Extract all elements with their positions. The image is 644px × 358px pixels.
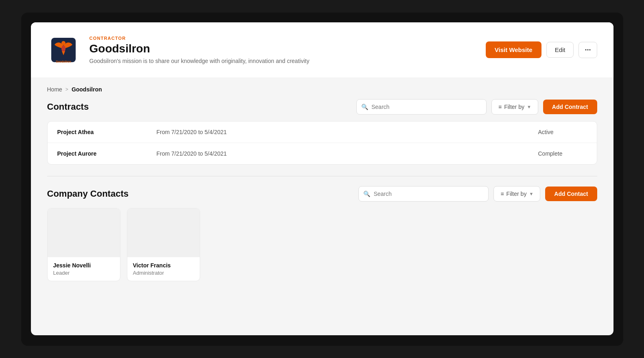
company-info: CONTRACTOR Goodsilron Goodsilron's missi… — [90, 36, 476, 64]
outer-frame: Goodsilron CONTRACTOR Goodsilron Goodsil… — [21, 13, 623, 346]
company-header: Goodsilron CONTRACTOR Goodsilron Goodsil… — [31, 22, 613, 78]
breadcrumb-separator: > — [65, 87, 68, 92]
filter-icon: ≡ — [500, 191, 504, 197]
contracts-title: Contracts — [47, 102, 89, 112]
contact-info: Jessie Novelli Leader — [48, 257, 120, 281]
contact-avatar — [48, 208, 120, 257]
main-content: Home > Goodsilron Contracts 🔍 ≡ Fil — [31, 78, 613, 281]
contracts-filter-button[interactable]: ≡ Filter by ▼ — [491, 99, 538, 115]
filter-icon: ≡ — [498, 104, 502, 110]
contact-name: Jessie Novelli — [53, 262, 114, 269]
contracts-filter-chevron-icon: ▼ — [527, 104, 531, 109]
visit-website-button[interactable]: Visit Website — [486, 41, 541, 58]
contract-dates: From 7/21/2020 to 5/4/2021 — [157, 129, 528, 135]
header-actions: Visit Website Edit ··· — [486, 41, 597, 58]
company-logo: Goodsilron — [47, 34, 80, 66]
contract-status: Complete — [538, 150, 587, 157]
contract-status: Active — [538, 129, 587, 135]
contacts-section-header: Company Contacts 🔍 ≡ Filter by ▼ Add Con… — [47, 186, 597, 202]
contacts-title: Company Contacts — [47, 189, 129, 199]
contacts-search-wrapper: 🔍 — [358, 186, 489, 202]
contact-info: Victor Francis Administrator — [127, 257, 200, 281]
contacts-grid: Jessie Novelli Leader Victor Francis Adm… — [47, 208, 597, 281]
company-name: Goodsilron — [90, 42, 476, 55]
contracts-table: Project Athea From 7/21/2020 to 5/4/2021… — [47, 121, 597, 165]
company-logo-svg: Goodsilron — [49, 36, 78, 64]
contracts-controls: 🔍 ≡ Filter by ▼ Add Contract — [356, 99, 597, 115]
table-row: Project Aurore From 7/21/2020 to 5/4/202… — [48, 143, 597, 164]
contact-name: Victor Francis — [133, 262, 194, 269]
contact-role: Administrator — [133, 270, 194, 276]
contacts-filter-chevron-icon: ▼ — [529, 191, 533, 196]
table-row: Project Athea From 7/21/2020 to 5/4/2021… — [48, 122, 597, 143]
contacts-section: Company Contacts 🔍 ≡ Filter by ▼ Add Con… — [47, 186, 597, 281]
contract-dates: From 7/21/2020 to 5/4/2021 — [157, 150, 528, 157]
breadcrumb-home[interactable]: Home — [47, 86, 62, 93]
more-options-button[interactable]: ··· — [579, 42, 597, 58]
add-contact-button[interactable]: Add Contact — [545, 187, 597, 201]
company-type-label: CONTRACTOR — [90, 36, 476, 41]
contract-name: Project Athea — [57, 129, 147, 135]
svg-point-1 — [61, 46, 65, 52]
list-item: Jessie Novelli Leader — [47, 208, 120, 281]
breadcrumb: Home > Goodsilron — [47, 78, 597, 99]
section-divider — [47, 176, 597, 176]
contract-name: Project Aurore — [57, 150, 147, 157]
contracts-search-input[interactable] — [356, 99, 487, 115]
contracts-search-wrapper: 🔍 — [356, 99, 487, 115]
list-item: Victor Francis Administrator — [127, 208, 200, 281]
edit-button[interactable]: Edit — [546, 42, 574, 58]
svg-text:Goodsilron: Goodsilron — [56, 60, 71, 63]
contacts-controls: 🔍 ≡ Filter by ▼ Add Contact — [358, 186, 597, 202]
contracts-section: Contracts 🔍 ≡ Filter by ▼ Add Contract — [47, 99, 597, 165]
contact-avatar — [127, 208, 200, 257]
breadcrumb-current: Goodsilron — [72, 86, 102, 93]
contacts-search-input[interactable] — [358, 186, 489, 202]
company-tagline: Goodsilron's mission is to share our kno… — [90, 58, 476, 64]
contact-role: Leader — [53, 270, 114, 276]
inner-card: Goodsilron CONTRACTOR Goodsilron Goodsil… — [31, 22, 613, 335]
contracts-section-header: Contracts 🔍 ≡ Filter by ▼ Add Contract — [47, 99, 597, 115]
contracts-filter-label: Filter by — [504, 104, 524, 110]
add-contract-button[interactable]: Add Contract — [543, 100, 597, 114]
contacts-filter-button[interactable]: ≡ Filter by ▼ — [493, 186, 540, 202]
contacts-filter-label: Filter by — [506, 191, 527, 197]
